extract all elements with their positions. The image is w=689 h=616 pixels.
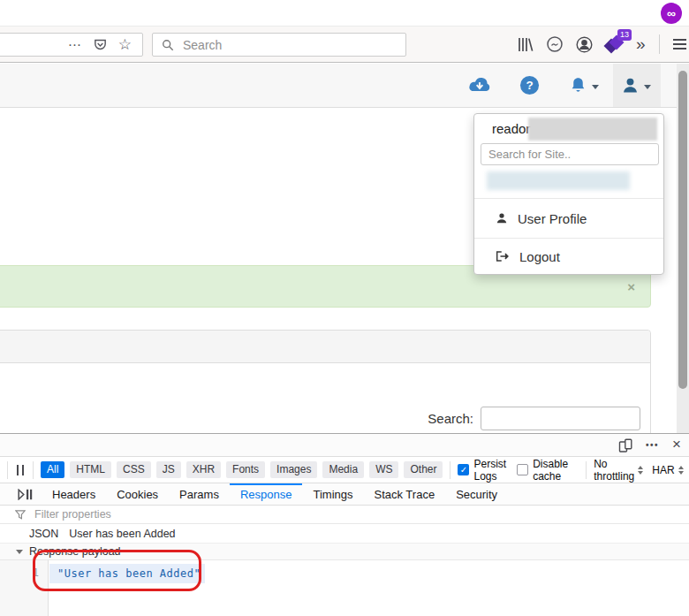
help-button[interactable]: ?	[519, 64, 540, 107]
json-summary-text: User has been Added	[69, 528, 175, 540]
account-icon[interactable]	[575, 35, 594, 54]
tab-response[interactable]: Response	[230, 483, 303, 506]
filter-html[interactable]: HTML	[70, 461, 111, 477]
site-search-input[interactable]	[481, 143, 659, 165]
json-summary-row[interactable]: JSON User has been Added	[0, 524, 689, 544]
cloud-download-icon	[466, 75, 493, 95]
network-toolbar: All HTML CSS JS XHR Fonts Images Media W…	[0, 457, 689, 483]
menu-item-label: User Profile	[518, 211, 587, 226]
pane-toggle-icon[interactable]	[18, 489, 33, 500]
filter-all[interactable]: All	[41, 461, 64, 477]
persist-logs-label: Persist Logs	[473, 458, 506, 483]
tab-stack-trace[interactable]: Stack Trace	[363, 483, 445, 506]
expand-arrow-icon[interactable]	[16, 550, 23, 554]
pause-icon[interactable]	[15, 465, 26, 475]
user-icon	[621, 76, 640, 95]
browser-search-input[interactable]	[181, 37, 375, 53]
page-actions-icon[interactable]: ⋯	[68, 38, 82, 51]
extension-puzzle-icon[interactable]: 13	[605, 34, 625, 54]
response-body-text: "User has been Added"	[57, 567, 201, 580]
tab-security[interactable]: Security	[445, 483, 508, 506]
search-icon	[162, 39, 174, 51]
tab-cookies[interactable]: Cookies	[106, 483, 169, 506]
properties-filter	[0, 506, 689, 524]
response-payload-label: Response payload	[29, 545, 121, 558]
menu-item-label: Logout	[519, 249, 560, 264]
svg-text:?: ?	[526, 79, 533, 92]
page-content: ? × Search: re	[0, 63, 689, 433]
redacted-site-item[interactable]	[487, 171, 630, 190]
browser-search-bar[interactable]	[152, 33, 406, 57]
request-filters: All HTML CSS JS XHR Fonts Images Media W…	[41, 461, 443, 477]
filter-ws[interactable]: WS	[369, 461, 398, 477]
throttling-select[interactable]: No throttling	[594, 458, 643, 483]
backup-button[interactable]	[466, 64, 493, 107]
menu-icon[interactable]	[673, 39, 686, 49]
redacted-email	[528, 118, 657, 141]
checkbox-unchecked-icon[interactable]	[517, 464, 528, 475]
checkbox-checked-icon[interactable]: ✓	[458, 464, 469, 475]
menu-item-user-profile[interactable]: User Profile	[474, 198, 663, 238]
devtools-panel: ••• × All HTML CSS JS XHR Fonts Images M…	[0, 433, 689, 616]
alert-close-button[interactable]: ×	[627, 279, 635, 294]
select-arrows-icon	[638, 466, 643, 475]
json-section-label: JSON	[29, 528, 58, 540]
extension-badge: 13	[617, 29, 632, 41]
funnel-icon	[15, 510, 26, 520]
filter-other[interactable]: Other	[404, 461, 443, 477]
toolbar-divider	[586, 461, 587, 479]
devtools-menu-icon[interactable]: •••	[646, 441, 659, 450]
filter-media[interactable]: Media	[322, 461, 364, 477]
notifications-button[interactable]	[569, 64, 599, 107]
devtools-toolbar: ••• ×	[0, 434, 689, 457]
pocket-icon[interactable]	[93, 37, 108, 52]
user-button[interactable]	[621, 64, 651, 107]
user-email: readonly@	[474, 114, 663, 143]
browser-titlebar: ∞	[0, 0, 689, 27]
table-search: Search:	[428, 407, 640, 430]
toolbar-divider	[450, 461, 450, 479]
tab-params[interactable]: Params	[169, 483, 230, 506]
toolbar-icons: 13 »	[516, 27, 686, 62]
bookmark-star-icon[interactable]: ☆	[118, 37, 132, 52]
filter-js[interactable]: JS	[156, 461, 181, 477]
browser-toolbar: ⋯ ☆ 13 »	[0, 27, 689, 63]
filter-css[interactable]: CSS	[117, 461, 151, 477]
select-arrows-icon	[678, 466, 684, 475]
person-icon	[496, 212, 508, 224]
filter-images[interactable]: Images	[270, 461, 317, 477]
har-select[interactable]: HAR	[652, 464, 683, 476]
line-number-gutter: 1	[0, 560, 49, 616]
logout-icon	[496, 250, 510, 262]
extension-circle-icon[interactable]	[546, 35, 564, 53]
mask-extension-icon[interactable]: ∞	[661, 3, 682, 24]
scrollbar-thumb[interactable]	[678, 71, 687, 389]
app-header: ?	[0, 64, 677, 108]
toolbar-divider	[659, 34, 660, 54]
response-source-view: 1 "User has been Added"	[0, 560, 689, 616]
page-scrollbar[interactable]	[677, 64, 689, 433]
overflow-chevrons-icon[interactable]: »	[636, 35, 646, 52]
chevron-down-icon	[644, 85, 651, 89]
disable-cache-checkbox[interactable]: Disable cache	[517, 458, 568, 483]
table-search-input[interactable]	[481, 407, 640, 430]
table-search-label: Search:	[428, 411, 473, 426]
panel-heading	[0, 331, 650, 363]
chevron-down-icon	[592, 85, 599, 89]
url-bar[interactable]: ⋯ ☆	[0, 33, 143, 57]
persist-logs-checkbox[interactable]: ✓ Persist Logs	[458, 458, 506, 483]
responsive-mode-icon[interactable]	[618, 438, 632, 452]
filter-fonts[interactable]: Fonts	[226, 461, 265, 477]
library-icon[interactable]	[516, 35, 534, 54]
filter-xhr[interactable]: XHR	[186, 461, 221, 477]
tab-timings[interactable]: Timings	[302, 483, 363, 506]
response-payload-header[interactable]: Response payload	[0, 544, 689, 560]
devtools-close-icon[interactable]: ×	[672, 437, 681, 452]
content-panel: Search:	[0, 330, 651, 433]
menu-item-logout[interactable]: Logout	[474, 238, 663, 274]
help-icon: ?	[519, 75, 540, 95]
filter-properties-input[interactable]	[33, 507, 298, 521]
request-detail-tabs: Headers Cookies Params Response Timings …	[0, 483, 689, 506]
tab-headers[interactable]: Headers	[42, 483, 106, 506]
bell-icon	[569, 75, 587, 95]
